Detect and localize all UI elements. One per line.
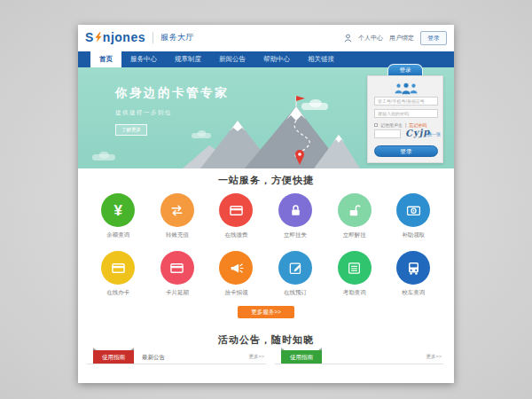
service-label: 立即挂失 [266,231,325,239]
password-input[interactable] [374,109,438,118]
nav-item-help-center[interactable]: 帮助中心 [254,51,299,67]
nav-item-rules[interactable]: 规章制度 [166,51,210,67]
logo-text-prefix: S [85,30,94,44]
service-label: 校车查询 [384,289,443,297]
unlock-icon [347,203,362,218]
service-report-loss[interactable]: 立即挂失 [266,193,325,239]
service-subsidy-collect[interactable]: 补助领取 [384,193,443,239]
remember-checkbox[interactable] [374,123,378,127]
login-form: 记住用户名 | 忘记密码 Cyjp 换一张 登录 [367,75,443,163]
service-label: 考勤查询 [325,289,384,297]
megaphone-icon [229,261,244,276]
service-label: 在线办卡 [89,289,148,297]
left-more-link[interactable]: 更多>> [249,349,264,364]
tab-latest-announcements[interactable]: 最新公告 [142,349,165,364]
service-label: 立即解挂 [325,231,384,239]
bank-card-icon [229,203,244,218]
service-label: 余额查询 [89,231,148,239]
options-divider: | [405,122,406,128]
login-panel: 登录 记住用户名 | 忘记密码 Cyjp 换一张 登录 [367,64,443,165]
user-center-link[interactable]: 个人中心 [358,34,383,43]
attendance-list-icon [347,261,362,276]
portal-name: 服务大厅 [153,32,194,43]
user-bind-link[interactable]: 用户绑定 [389,34,414,43]
service-balance-inquiry[interactable]: ¥ 余额查询 [89,193,148,239]
tab-usage-guide[interactable]: 使用指南 [93,350,134,364]
bank-card-icon [111,261,126,276]
right-more-link[interactable]: 更多>> [426,349,442,364]
nav-item-service-center[interactable]: 服务中心 [121,51,166,67]
service-label: 转账充值 [148,231,207,239]
person-icon [344,34,352,43]
service-label: 在线预订 [266,289,325,297]
tab-usage-guide-right[interactable]: 使用指南 [281,350,322,364]
mountains-illustration [183,90,360,168]
service-label: 在线缴费 [207,231,266,239]
nav-item-related-links[interactable]: 相关链接 [299,51,343,67]
transfer-arrows-icon [169,203,184,218]
login-tab[interactable]: 登录 [387,64,423,75]
remember-label: 记住用户名 [380,122,403,128]
hero-cta-button[interactable]: 了解更多 [115,124,147,136]
service-transfer-recharge[interactable]: 转账充值 [148,193,207,239]
services-row-2: 在线办卡 卡片延期 拾卡招领 [89,251,443,297]
service-online-payment[interactable]: 在线缴费 [207,193,266,239]
cloud-shape [92,154,115,160]
nav-item-home[interactable]: 首页 [90,51,121,67]
service-card-extension[interactable]: 卡片延期 [148,251,207,297]
account-input[interactable] [374,97,438,106]
service-school-bus-inquiry[interactable]: 校车查询 [384,251,443,297]
bus-icon [406,261,421,276]
service-label: 补助领取 [384,231,443,239]
announcements-left-column: 使用指南 最新公告 更多>> [87,349,266,364]
header: S njones 服务大厅 个人中心 用户绑定 登录 [78,25,454,51]
logo-text-suffix: njones [103,30,145,44]
announcements-section-title: 活动公告，随时知晓 [78,333,454,347]
login-submit-button[interactable]: 登录 [374,145,438,157]
lock-icon [288,203,303,218]
edit-pencil-icon [288,261,303,276]
header-links: 个人中心 用户绑定 登录 [344,25,447,51]
more-services-button[interactable]: 更多服务>> [238,306,294,318]
service-label: 拾卡招领 [207,289,266,297]
yen-icon: ¥ [114,203,122,218]
service-attendance-inquiry[interactable]: 考勤查询 [325,251,384,297]
captcha-refresh-link[interactable]: 换一张 [427,131,441,137]
service-found-card-claim[interactable]: 拾卡招领 [207,251,266,297]
services-section-title: 一站服务，方便快捷 [78,174,454,187]
portal-page: S njones 服务大厅 个人中心 用户绑定 登录 首页 服务中心 规章制度 … [78,25,454,383]
service-label: 卡片延期 [148,289,207,297]
bank-card-icon [169,261,184,276]
banknote-icon [406,203,421,218]
logo: S njones 服务大厅 [85,30,194,44]
service-cancel-loss[interactable]: 立即解挂 [325,193,384,239]
header-login-button[interactable]: 登录 [420,31,447,45]
service-online-booking[interactable]: 在线预订 [266,251,325,297]
announcements-right-column: 使用指南 更多>> [275,349,443,364]
captcha-input[interactable] [374,129,401,138]
service-online-card-apply[interactable]: 在线办卡 [89,251,148,297]
nav-item-news[interactable]: 新闻公告 [210,51,254,67]
users-group-icon [392,82,420,96]
lightning-icon [95,32,102,43]
services-row-1: ¥ 余额查询 转账充值 在线缴费 [89,193,443,239]
